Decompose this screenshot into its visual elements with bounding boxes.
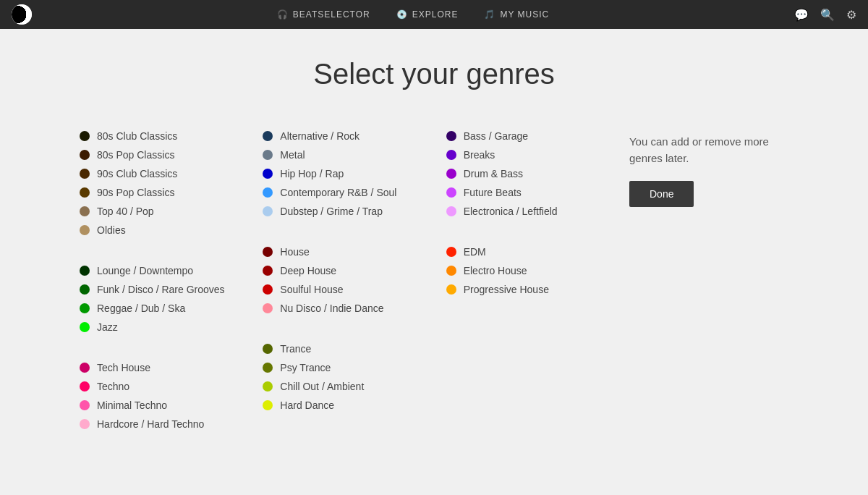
genre-breaks[interactable]: Breaks (446, 145, 615, 164)
genre-column-3: Bass / Garage Breaks Drum & Bass Future … (446, 127, 615, 455)
nav-explore-label: EXPLORE (412, 9, 459, 20)
nav-beatselector[interactable]: 🎧 BEATSELECTOR (277, 9, 370, 20)
genre-label: Future Beats (464, 187, 522, 198)
genre-label: Oldies (97, 224, 126, 236)
genre-house[interactable]: House (263, 242, 431, 261)
genre-column-2: Alternative / Rock Metal Hip Hop / Rap C… (263, 127, 431, 455)
dot-hard-dance (263, 400, 273, 410)
done-button[interactable]: Done (629, 181, 694, 207)
dot-drum-bass (446, 169, 456, 179)
settings-icon[interactable]: ⚙ (846, 8, 856, 22)
nav-beatselector-label: BEATSELECTOR (293, 9, 370, 20)
genre-tech-house[interactable]: Tech House (80, 358, 248, 377)
genre-label: Hardcore / Hard Techno (97, 418, 204, 430)
chat-icon[interactable]: 💬 (794, 8, 809, 22)
genre-reggae-dub-ska[interactable]: Reggae / Dub / Ska (80, 299, 248, 318)
genre-label: Deep House (280, 265, 336, 276)
genre-label: Hip Hop / Rap (280, 168, 344, 179)
genre-electro-house[interactable]: Electro House (446, 261, 615, 280)
genre-trance[interactable]: Trance (263, 339, 431, 358)
genre-group-edm: EDM Electro House Progressive House (446, 242, 615, 299)
dot-deep-house (263, 266, 273, 276)
genre-label: Alternative / Rock (280, 130, 359, 142)
genre-label: Minimal Techno (97, 399, 167, 411)
dot-edm (446, 247, 456, 257)
dot-lounge-downtempo (80, 266, 90, 276)
genre-chill-out-ambient[interactable]: Chill Out / Ambient (263, 377, 431, 396)
nav-center: 🎧 BEATSELECTOR 💿 EXPLORE 🎵 MY MUSIC (277, 9, 549, 20)
genre-80s-club-classics[interactable]: 80s Club Classics (80, 127, 248, 145)
genre-drum-bass[interactable]: Drum & Bass (446, 164, 615, 183)
dot-soulful-house (263, 284, 273, 295)
genre-group-bass: Bass / Garage Breaks Drum & Bass Future … (446, 127, 615, 221)
dot-jazz (80, 322, 90, 332)
nav-explore[interactable]: 💿 EXPLORE (396, 9, 459, 20)
nav-my-music-label: MY MUSIC (500, 9, 549, 20)
genre-electronica-leftfield[interactable]: Electronica / Leftfield (446, 202, 615, 221)
genre-group-trance: Trance Psy Trance Chill Out / Ambient Ha… (263, 339, 431, 415)
dot-minimal-techno (80, 400, 90, 410)
genre-group-classics: 80s Club Classics 80s Pop Classics 90s C… (80, 127, 248, 240)
genre-dubstep-grime-trap[interactable]: Dubstep / Grime / Trap (263, 202, 431, 221)
genre-label: Tech House (97, 362, 150, 373)
genre-label: Contemporary R&B / Soul (280, 187, 396, 198)
genre-soulful-house[interactable]: Soulful House (263, 280, 431, 299)
genre-label: Top 40 / Pop (97, 206, 154, 217)
genre-group-rock: Alternative / Rock Metal Hip Hop / Rap C… (263, 127, 431, 221)
genre-deep-house[interactable]: Deep House (263, 261, 431, 280)
my-music-icon: 🎵 (484, 9, 495, 20)
genre-label: Funk / Disco / Rare Grooves (97, 284, 225, 295)
genre-group-house: House Deep House Soulful House Nu Disco … (263, 242, 431, 318)
main-content: Select your genres 80s Club Classics 80s… (36, 29, 832, 484)
genre-techno[interactable]: Techno (80, 377, 248, 396)
genre-90s-club-classics[interactable]: 90s Club Classics (80, 164, 248, 183)
genre-hip-hop-rap[interactable]: Hip Hop / Rap (263, 164, 431, 183)
genre-funk-disco[interactable]: Funk / Disco / Rare Grooves (80, 280, 248, 299)
dot-90s-club-classics (80, 169, 90, 179)
dot-bass-garage (446, 131, 456, 141)
dot-nu-disco-indie-dance (263, 303, 273, 313)
genre-bass-garage[interactable]: Bass / Garage (446, 127, 615, 145)
genre-minimal-techno[interactable]: Minimal Techno (80, 396, 248, 415)
dot-future-beats (446, 187, 456, 198)
genre-nu-disco-indie-dance[interactable]: Nu Disco / Indie Dance (263, 299, 431, 318)
genre-label: Techno (97, 381, 129, 392)
genre-rnb-soul[interactable]: Contemporary R&B / Soul (263, 183, 431, 202)
genre-label: Nu Disco / Indie Dance (280, 302, 383, 314)
genre-top40-pop[interactable]: Top 40 / Pop (80, 202, 248, 221)
genre-group-funk: Lounge / Downtempo Funk / Disco / Rare G… (80, 261, 248, 337)
genre-label: Metal (280, 149, 305, 161)
genre-jazz[interactable]: Jazz (80, 318, 248, 337)
dot-progressive-house (446, 284, 456, 295)
genre-progressive-house[interactable]: Progressive House (446, 280, 615, 299)
genre-hard-dance[interactable]: Hard Dance (263, 396, 431, 415)
genre-alternative-rock[interactable]: Alternative / Rock (263, 127, 431, 145)
genre-future-beats[interactable]: Future Beats (446, 183, 615, 202)
genre-psy-trance[interactable]: Psy Trance (263, 358, 431, 377)
genre-oldies[interactable]: Oldies (80, 221, 248, 240)
search-icon[interactable]: 🔍 (820, 8, 835, 22)
genre-edm[interactable]: EDM (446, 242, 615, 261)
genre-80s-pop-classics[interactable]: 80s Pop Classics (80, 145, 248, 164)
genre-90s-pop-classics[interactable]: 90s Pop Classics (80, 183, 248, 202)
dot-house (263, 247, 273, 257)
dot-psy-trance (263, 363, 273, 373)
nav-my-music[interactable]: 🎵 MY MUSIC (484, 9, 549, 20)
genre-hardcore-hard-techno[interactable]: Hardcore / Hard Techno (80, 415, 248, 433)
dot-top40-pop (80, 206, 90, 216)
page-title: Select your genres (80, 58, 788, 90)
dot-tech-house (80, 363, 90, 373)
genre-group-tech: Tech House Techno Minimal Techno Hardcor… (80, 358, 248, 433)
genre-label: Electronica / Leftfield (464, 206, 558, 217)
dot-metal (263, 150, 273, 160)
dot-breaks (446, 150, 456, 160)
genre-label: Dubstep / Grime / Trap (280, 206, 383, 217)
genre-label: Chill Out / Ambient (280, 381, 364, 392)
genre-label: Progressive House (464, 284, 549, 295)
genre-label: Bass / Garage (464, 130, 529, 142)
genres-layout: 80s Club Classics 80s Pop Classics 90s C… (80, 127, 788, 455)
genre-lounge-downtempo[interactable]: Lounge / Downtempo (80, 261, 248, 280)
genre-metal[interactable]: Metal (263, 145, 431, 164)
genre-label: 80s Pop Classics (97, 149, 174, 161)
logo[interactable] (12, 4, 32, 25)
